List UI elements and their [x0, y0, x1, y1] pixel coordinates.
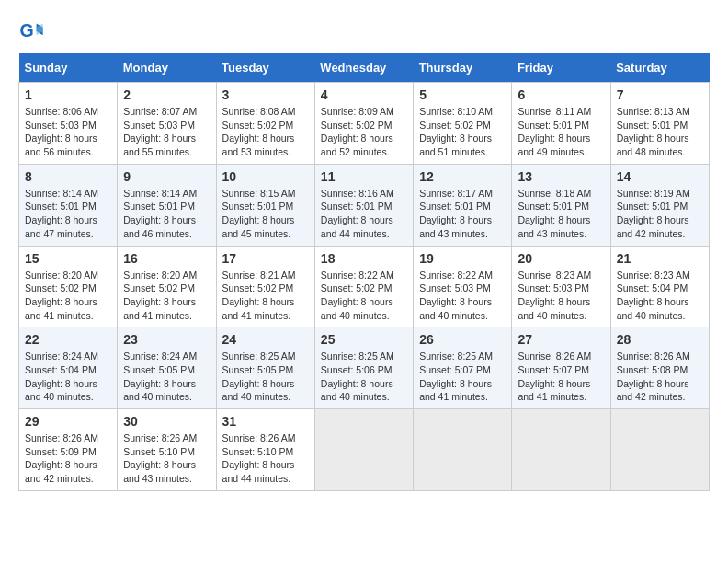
calendar-cell: 26 Sunrise: 8:25 AM Sunset: 5:07 PM Dayl…: [414, 327, 512, 409]
day-info: Sunrise: 8:22 AM Sunset: 5:02 PM Dayligh…: [321, 269, 407, 323]
day-info: Sunrise: 8:25 AM Sunset: 5:05 PM Dayligh…: [222, 350, 309, 404]
day-number: 23: [123, 332, 210, 347]
calendar-cell: 4 Sunrise: 8:09 AM Sunset: 5:02 PM Dayli…: [314, 83, 413, 165]
day-number: 26: [419, 332, 506, 347]
day-number: 14: [617, 169, 703, 184]
day-number: 13: [518, 169, 604, 184]
day-number: 21: [617, 251, 703, 266]
calendar-cell: 10 Sunrise: 8:15 AM Sunset: 5:01 PM Dayl…: [216, 164, 314, 246]
calendar-cell: 30 Sunrise: 8:26 AM Sunset: 5:10 PM Dayl…: [118, 409, 216, 491]
calendar-cell: 22 Sunrise: 8:24 AM Sunset: 5:04 PM Dayl…: [19, 327, 118, 409]
day-number: 18: [321, 251, 407, 266]
logo: G: [18, 18, 48, 44]
week-row-4: 22 Sunrise: 8:24 AM Sunset: 5:04 PM Dayl…: [19, 327, 710, 409]
col-header-sunday: Sunday: [19, 53, 118, 83]
calendar-cell: 7 Sunrise: 8:13 AM Sunset: 5:01 PM Dayli…: [610, 83, 709, 165]
calendar-cell: 20 Sunrise: 8:23 AM Sunset: 5:03 PM Dayl…: [512, 246, 610, 327]
calendar-cell: 18 Sunrise: 8:22 AM Sunset: 5:02 PM Dayl…: [314, 246, 413, 327]
calendar-cell: 5 Sunrise: 8:10 AM Sunset: 5:02 PM Dayli…: [414, 83, 512, 165]
col-header-thursday: Thursday: [414, 53, 512, 83]
col-header-saturday: Saturday: [610, 53, 709, 83]
calendar-cell: 1 Sunrise: 8:06 AM Sunset: 5:03 PM Dayli…: [19, 83, 118, 165]
calendar-cell: 15 Sunrise: 8:20 AM Sunset: 5:02 PM Dayl…: [19, 246, 118, 327]
day-info: Sunrise: 8:26 AM Sunset: 5:10 PM Dayligh…: [222, 431, 309, 486]
calendar-cell: 6 Sunrise: 8:11 AM Sunset: 5:01 PM Dayli…: [512, 83, 610, 165]
day-number: 10: [222, 169, 309, 184]
col-header-monday: Monday: [118, 53, 216, 83]
page-header: G: [18, 18, 710, 44]
calendar-cell: 28 Sunrise: 8:26 AM Sunset: 5:08 PM Dayl…: [610, 327, 709, 409]
day-number: 27: [518, 332, 604, 347]
calendar-cell: 23 Sunrise: 8:24 AM Sunset: 5:05 PM Dayl…: [118, 327, 216, 409]
day-info: Sunrise: 8:23 AM Sunset: 5:04 PM Dayligh…: [617, 269, 703, 323]
day-number: 1: [25, 87, 111, 102]
day-number: 25: [321, 332, 407, 347]
col-header-wednesday: Wednesday: [314, 53, 413, 83]
day-info: Sunrise: 8:14 AM Sunset: 5:01 PM Dayligh…: [123, 187, 210, 241]
day-number: 30: [123, 414, 210, 429]
day-number: 31: [222, 414, 309, 429]
day-info: Sunrise: 8:20 AM Sunset: 5:02 PM Dayligh…: [25, 269, 111, 323]
calendar-cell: 2 Sunrise: 8:07 AM Sunset: 5:03 PM Dayli…: [118, 83, 216, 165]
day-number: 3: [222, 87, 309, 102]
week-row-1: 1 Sunrise: 8:06 AM Sunset: 5:03 PM Dayli…: [19, 83, 710, 165]
calendar-cell: 8 Sunrise: 8:14 AM Sunset: 5:01 PM Dayli…: [19, 164, 118, 246]
calendar-cell: 31 Sunrise: 8:26 AM Sunset: 5:10 PM Dayl…: [216, 409, 314, 491]
day-info: Sunrise: 8:22 AM Sunset: 5:03 PM Dayligh…: [419, 269, 506, 323]
svg-text:G: G: [19, 20, 33, 40]
day-number: 17: [222, 251, 309, 266]
calendar-cell: [314, 409, 413, 491]
day-info: Sunrise: 8:18 AM Sunset: 5:01 PM Dayligh…: [518, 187, 604, 241]
calendar-cell: [512, 409, 610, 491]
calendar-table: SundayMondayTuesdayWednesdayThursdayFrid…: [18, 53, 710, 491]
calendar-cell: 19 Sunrise: 8:22 AM Sunset: 5:03 PM Dayl…: [414, 246, 512, 327]
day-info: Sunrise: 8:07 AM Sunset: 5:03 PM Dayligh…: [123, 105, 210, 159]
calendar-cell: 29 Sunrise: 8:26 AM Sunset: 5:09 PM Dayl…: [19, 409, 118, 491]
day-info: Sunrise: 8:10 AM Sunset: 5:02 PM Dayligh…: [419, 105, 506, 159]
calendar-cell: 24 Sunrise: 8:25 AM Sunset: 5:05 PM Dayl…: [216, 327, 314, 409]
day-number: 24: [222, 332, 309, 347]
week-row-3: 15 Sunrise: 8:20 AM Sunset: 5:02 PM Dayl…: [19, 246, 710, 327]
col-header-friday: Friday: [512, 53, 610, 83]
day-info: Sunrise: 8:16 AM Sunset: 5:01 PM Dayligh…: [321, 187, 407, 241]
day-info: Sunrise: 8:23 AM Sunset: 5:03 PM Dayligh…: [518, 269, 604, 323]
day-number: 11: [321, 169, 407, 184]
calendar-cell: [414, 409, 512, 491]
calendar-cell: 16 Sunrise: 8:20 AM Sunset: 5:02 PM Dayl…: [118, 246, 216, 327]
day-number: 20: [518, 251, 604, 266]
day-info: Sunrise: 8:11 AM Sunset: 5:01 PM Dayligh…: [518, 105, 604, 159]
day-number: 2: [123, 87, 210, 102]
day-info: Sunrise: 8:06 AM Sunset: 5:03 PM Dayligh…: [25, 105, 111, 159]
day-number: 8: [25, 169, 111, 184]
calendar-cell: 3 Sunrise: 8:08 AM Sunset: 5:02 PM Dayli…: [216, 83, 314, 165]
day-number: 5: [419, 87, 506, 102]
day-number: 16: [123, 251, 210, 266]
day-info: Sunrise: 8:26 AM Sunset: 5:09 PM Dayligh…: [25, 431, 111, 486]
col-header-tuesday: Tuesday: [216, 53, 314, 83]
day-info: Sunrise: 8:26 AM Sunset: 5:10 PM Dayligh…: [123, 431, 210, 486]
day-number: 4: [321, 87, 407, 102]
logo-icon: G: [18, 18, 44, 44]
day-info: Sunrise: 8:24 AM Sunset: 5:04 PM Dayligh…: [25, 350, 111, 404]
day-number: 6: [518, 87, 604, 102]
calendar-cell: 27 Sunrise: 8:26 AM Sunset: 5:07 PM Dayl…: [512, 327, 610, 409]
day-info: Sunrise: 8:25 AM Sunset: 5:06 PM Dayligh…: [321, 350, 407, 404]
day-number: 28: [617, 332, 703, 347]
calendar-cell: 13 Sunrise: 8:18 AM Sunset: 5:01 PM Dayl…: [512, 164, 610, 246]
day-info: Sunrise: 8:19 AM Sunset: 5:01 PM Dayligh…: [617, 187, 703, 241]
day-number: 29: [25, 414, 111, 429]
calendar-cell: 9 Sunrise: 8:14 AM Sunset: 5:01 PM Dayli…: [118, 164, 216, 246]
day-info: Sunrise: 8:26 AM Sunset: 5:08 PM Dayligh…: [617, 350, 703, 404]
calendar-cell: 17 Sunrise: 8:21 AM Sunset: 5:02 PM Dayl…: [216, 246, 314, 327]
calendar-cell: 14 Sunrise: 8:19 AM Sunset: 5:01 PM Dayl…: [610, 164, 709, 246]
day-info: Sunrise: 8:13 AM Sunset: 5:01 PM Dayligh…: [617, 105, 703, 159]
day-number: 15: [25, 251, 111, 266]
day-info: Sunrise: 8:20 AM Sunset: 5:02 PM Dayligh…: [123, 269, 210, 323]
week-row-5: 29 Sunrise: 8:26 AM Sunset: 5:09 PM Dayl…: [19, 409, 710, 491]
day-info: Sunrise: 8:21 AM Sunset: 5:02 PM Dayligh…: [222, 269, 309, 323]
day-info: Sunrise: 8:25 AM Sunset: 5:07 PM Dayligh…: [419, 350, 506, 404]
day-info: Sunrise: 8:15 AM Sunset: 5:01 PM Dayligh…: [222, 187, 309, 241]
day-info: Sunrise: 8:08 AM Sunset: 5:02 PM Dayligh…: [222, 105, 309, 159]
day-number: 19: [419, 251, 506, 266]
day-number: 9: [123, 169, 210, 184]
